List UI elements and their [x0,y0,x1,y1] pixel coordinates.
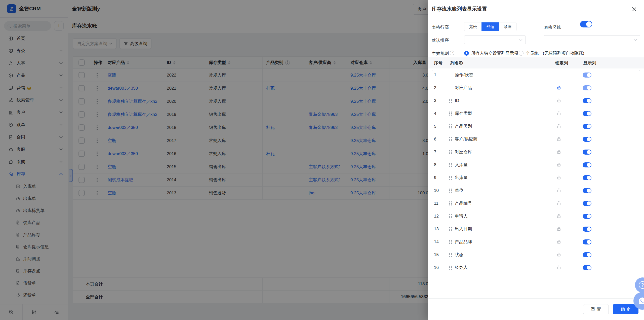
lock-open-icon[interactable] [556,175,561,180]
row-height-option-宽松[interactable]: 宽松 [464,22,481,31]
lock-open-icon[interactable] [556,252,561,257]
column-visibility-toggle[interactable] [583,111,591,116]
lock-open-icon[interactable] [556,124,561,129]
drag-handle-icon[interactable] [449,176,452,180]
modal-footer: 重置 确定 [428,298,644,320]
default-sort-label: 默认排序 [432,38,449,43]
column-setting-row: 11产品编号 [428,197,644,210]
header-visible: 显示列 [583,60,596,66]
radio-unselected-icon [519,51,524,56]
column-visibility-toggle[interactable] [583,252,591,257]
effective-rule-label: 生效规则 [432,51,449,56]
lock-closed-icon[interactable] [556,85,561,90]
drag-handle-icon[interactable] [449,253,452,257]
column-visibility-toggle[interactable] [583,227,591,232]
lock-open-icon[interactable] [556,98,561,103]
drag-handle-icon[interactable] [449,189,452,193]
column-visibility-toggle [583,85,591,90]
help-icon: ? [450,51,454,55]
column-visibility-toggle[interactable] [583,175,591,180]
column-setting-row: 7对应仓库 [428,146,644,158]
column-visibility-toggle[interactable] [583,124,591,129]
column-setting-row: 15状态 [428,248,644,261]
column-visibility-toggle[interactable] [583,98,591,103]
column-setting-row: 14产品品牌 [428,235,644,248]
column-visibility-toggle[interactable] [583,137,591,142]
column-setting-row: 6客户/供应商 [428,133,644,146]
reset-button[interactable]: 重置 [583,304,609,314]
lock-open-icon[interactable] [556,162,561,167]
chat-phone-icon [638,297,644,305]
vertical-line-label: 表格竖线 [544,24,561,30]
column-visibility-toggle[interactable] [583,150,591,155]
row-height-option-舒适[interactable]: 舒适 [481,22,499,31]
column-setting-row: 2对应产品 [428,81,644,94]
row-height-option-紧凑[interactable]: 紧凑 [499,22,516,31]
column-setting-row: 1操作/状态 [428,68,644,81]
column-visibility-toggle[interactable] [583,265,591,270]
sort-direction-select[interactable] [544,35,640,44]
column-setting-row: 10单位 [428,184,644,197]
drag-handle-icon[interactable] [449,214,452,218]
header-seq: 序号 [434,60,442,66]
column-setting-row: 16经办人 [428,261,644,274]
column-setting-row: 4库存类型 [428,107,644,120]
header-locked: 锁定列 [555,60,568,66]
row-height-segmented-control: 宽松舒适紧凑 [464,22,516,31]
header-column-name: 列名称 [450,60,463,66]
drag-handle-icon[interactable] [449,150,452,154]
rule-radio-unified[interactable]: 全员统一(无权限列项自动隐藏) [519,50,584,56]
close-icon[interactable] [631,6,637,13]
row-height-label: 表格行高 [432,24,449,30]
drag-handle-icon[interactable] [449,201,452,205]
lock-open-icon[interactable] [556,265,561,270]
column-settings-list: 1操作/状态2对应产品3ID4库存类型5产品类别6客户/供应商7对应仓库8入库量… [428,68,644,274]
drag-handle-icon[interactable] [449,124,452,128]
column-visibility-toggle[interactable] [583,201,591,206]
column-setting-row: 3ID [428,94,644,107]
drag-handle-icon[interactable] [449,163,452,167]
sort-field-select[interactable] [464,35,526,44]
lock-open-icon[interactable] [556,201,561,206]
column-list-header: 序号 列名称 锁定列 显示列 [428,57,644,68]
column-settings-modal: 库存流水账列表显示设置 表格行高 宽松舒适紧凑 表格竖线 默认排序 生效规则 ?… [428,0,644,320]
column-setting-row: 12申请人 [428,210,644,223]
vertical-line-toggle[interactable] [580,21,592,27]
column-setting-row: 9出库量 [428,171,644,184]
column-visibility-toggle[interactable] [583,239,591,244]
column-setting-row: 5产品类别 [428,120,644,133]
app-root: Z 金智CRM 搜索菜单 + 首页办公人事产品营销线索管理客户跟单合同客服采购库… [0,0,644,320]
radio-selected-icon [464,51,469,56]
drag-handle-icon[interactable] [449,240,452,244]
drag-handle-icon[interactable] [449,137,452,141]
column-setting-row: 8入库量 [428,158,644,171]
lock-open-icon[interactable] [556,149,561,155]
lock-open-icon[interactable] [556,214,561,219]
drag-handle-icon[interactable] [449,112,452,116]
column-visibility-toggle[interactable] [583,214,591,219]
column-visibility-toggle[interactable] [583,162,591,167]
drag-handle-icon[interactable] [449,266,452,270]
lock-open-icon[interactable] [556,136,561,142]
lock-open-icon[interactable] [556,188,561,193]
column-visibility-toggle [583,73,591,78]
column-setting-row: 13出入日期 [428,223,644,235]
lock-open-icon[interactable] [556,239,561,244]
column-visibility-toggle[interactable] [583,188,591,193]
drag-handle-icon[interactable] [449,227,452,231]
lock-open-icon[interactable] [556,226,561,232]
rule-radio-individual[interactable]: 所有人独立设置列显示项 [464,50,518,56]
modal-title: 库存流水账列表显示设置 [432,6,487,12]
drag-handle-icon[interactable] [449,99,452,103]
lock-open-icon[interactable] [556,111,561,116]
